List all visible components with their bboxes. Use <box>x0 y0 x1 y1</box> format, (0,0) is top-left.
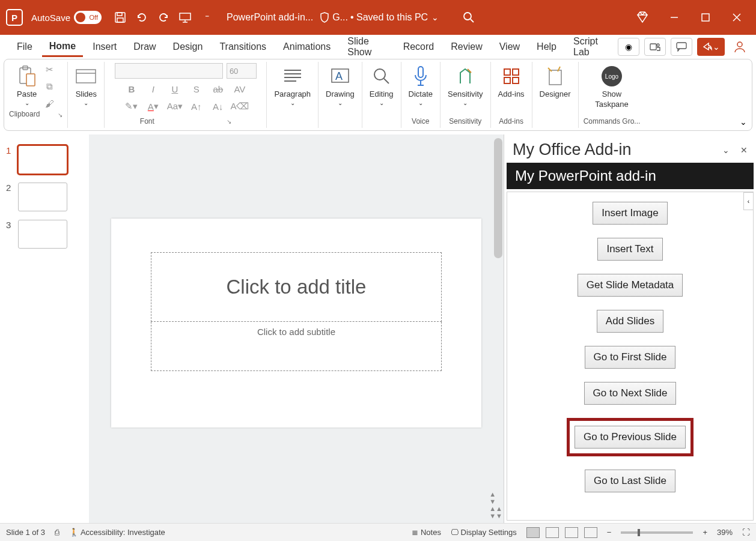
tab-insert[interactable]: Insert <box>85 38 124 56</box>
paste-button[interactable]: Paste ⌄ <box>14 63 39 110</box>
diamond-icon[interactable] <box>636 11 649 24</box>
dictate-button[interactable]: Dictate⌄ <box>406 63 435 107</box>
go-to-first-slide-button[interactable]: Go to First Slide <box>585 346 676 369</box>
thumb-2[interactable]: 2 <box>0 180 89 217</box>
save-icon[interactable] <box>112 10 128 25</box>
go-to-last-slide-button[interactable]: Go to Last Slide <box>585 470 675 492</box>
clear-format-button[interactable]: A⌫ <box>232 100 248 113</box>
tab-review[interactable]: Review <box>444 38 489 56</box>
zoom-level[interactable]: 39% <box>717 528 733 537</box>
qat-more-icon[interactable]: ⁼ <box>199 10 215 25</box>
view-buttons <box>526 527 597 538</box>
editing-button[interactable]: Editing⌄ <box>367 63 396 107</box>
slide-nav-arrows[interactable]: ▲▼▲▲▼▼ <box>489 491 502 519</box>
font-family-combo[interactable] <box>115 63 223 79</box>
strike-button[interactable]: ab <box>210 83 226 96</box>
slide-canvas-area[interactable]: Click to add title Click to add subtitle… <box>89 134 504 523</box>
go-to-next-slide-button[interactable]: Go to Next Slide <box>584 382 677 405</box>
change-case-button[interactable]: Aa▾ <box>167 100 183 113</box>
present-icon[interactable] <box>177 10 193 25</box>
tab-slideshow[interactable]: Slide Show <box>340 32 393 61</box>
zoom-in-icon[interactable]: + <box>703 528 707 537</box>
addins-button[interactable]: Add-ins <box>496 63 527 100</box>
search-icon[interactable] <box>463 11 475 23</box>
font-size-combo[interactable]: 60 <box>227 63 257 79</box>
collapse-ribbon-icon[interactable]: ⌄ <box>740 117 747 127</box>
close-icon[interactable]: ✕ <box>740 145 748 155</box>
get-slide-metadata-button[interactable]: Get Slide Metadata <box>578 274 683 297</box>
sensitivity-button[interactable]: Sensitivity⌄ <box>445 63 486 107</box>
sorter-view-icon[interactable] <box>546 527 559 538</box>
shield-icon[interactable] <box>319 12 330 23</box>
copy-icon[interactable]: ⧉ <box>41 80 57 93</box>
saved-status[interactable]: • Saved to this PC <box>350 12 428 23</box>
tab-record[interactable]: Record <box>396 38 442 56</box>
slide[interactable]: Click to add title Click to add subtitle <box>111 219 481 428</box>
maximize-icon[interactable] <box>698 10 713 25</box>
insert-text-button[interactable]: Insert Text <box>597 238 662 261</box>
toggle-off-icon[interactable]: Off <box>74 11 102 24</box>
thumb-3[interactable]: 3 <box>0 217 89 255</box>
accessibility-status[interactable]: 🚶 Accessibility: Investigate <box>69 528 165 537</box>
close-icon[interactable] <box>730 10 744 25</box>
insert-image-button[interactable]: Insert Image <box>593 202 668 225</box>
add-slides-button[interactable]: Add Slides <box>597 310 663 333</box>
chevron-down-icon[interactable]: ⌄ <box>722 145 730 155</box>
bold-button[interactable]: B <box>124 83 139 96</box>
record-button[interactable]: ◉ <box>618 38 639 56</box>
autosave-toggle[interactable]: AutoSave Off <box>31 11 102 24</box>
language-icon[interactable]: ⎙ <box>55 528 59 537</box>
italic-button[interactable]: I <box>145 83 161 96</box>
expand-icon[interactable]: ‹ <box>743 192 753 210</box>
underline-button[interactable]: U <box>167 83 183 96</box>
designer-button[interactable]: Designer <box>537 63 573 100</box>
document-name[interactable]: PowerPoint add-in... <box>227 12 313 23</box>
format-painter-icon[interactable]: 🖌 <box>41 97 57 110</box>
chevron-down-icon[interactable]: ⌄ <box>431 13 439 22</box>
paragraph-button[interactable]: Paragraph⌄ <box>272 63 313 107</box>
normal-view-icon[interactable] <box>526 527 540 538</box>
slide-counter[interactable]: Slide 1 of 3 <box>6 528 45 537</box>
drawing-button[interactable]: ADrawing⌄ <box>323 63 357 107</box>
scrollbar-vertical[interactable] <box>494 138 502 258</box>
dialog-launcher-icon[interactable]: ↘ <box>227 118 231 125</box>
teams-button[interactable] <box>644 38 666 56</box>
grow-font-button[interactable]: A↑ <box>189 100 204 113</box>
shadow-button[interactable]: S <box>189 83 204 96</box>
sensitivity-short[interactable]: G... <box>332 12 348 23</box>
slides-button[interactable]: Slides ⌄ <box>73 63 99 107</box>
dialog-launcher-icon[interactable]: ↘ <box>58 112 62 118</box>
slideshow-view-icon[interactable] <box>584 527 597 538</box>
redo-icon[interactable] <box>156 10 171 25</box>
tab-draw[interactable]: Draw <box>126 38 163 56</box>
shrink-font-button[interactable]: A↓ <box>210 100 226 113</box>
fit-to-window-icon[interactable]: ⛶ <box>742 528 750 537</box>
tab-help[interactable]: Help <box>529 38 564 56</box>
tab-home[interactable]: Home <box>42 37 83 57</box>
display-settings-button[interactable]: 🖵 Display Settings <box>451 528 517 537</box>
reading-view-icon[interactable] <box>565 527 578 538</box>
zoom-slider[interactable] <box>621 531 693 534</box>
tab-file[interactable]: File <box>10 38 40 56</box>
thumb-1[interactable]: 1 <box>0 143 89 180</box>
tab-scriptlab[interactable]: Script Lab <box>566 32 615 61</box>
cut-icon[interactable]: ✂ <box>41 63 57 76</box>
font-color-button[interactable]: A▾ <box>145 100 161 113</box>
tab-animations[interactable]: Animations <box>276 38 338 56</box>
subtitle-placeholder[interactable]: Click to add subtitle <box>151 322 442 371</box>
account-icon[interactable] <box>733 40 746 53</box>
minimize-icon[interactable] <box>667 10 681 25</box>
notes-button[interactable]: ≣ Notes <box>412 528 441 537</box>
share-button[interactable]: ⌄ <box>697 38 725 56</box>
highlight-button[interactable]: ✎▾ <box>124 100 139 113</box>
title-placeholder[interactable]: Click to add title <box>151 252 442 322</box>
undo-icon[interactable] <box>134 10 150 25</box>
comments-button[interactable] <box>671 38 692 56</box>
zoom-out-icon[interactable]: − <box>607 528 612 537</box>
show-taskpane-button[interactable]: LogoShowTaskpane <box>593 63 631 110</box>
go-to-previous-slide-button[interactable]: Go to Previous Slide <box>575 426 686 449</box>
tab-view[interactable]: View <box>492 38 527 56</box>
tab-design[interactable]: Design <box>166 38 210 56</box>
tab-transitions[interactable]: Transitions <box>212 38 273 56</box>
charspace-button[interactable]: AV <box>232 83 248 96</box>
